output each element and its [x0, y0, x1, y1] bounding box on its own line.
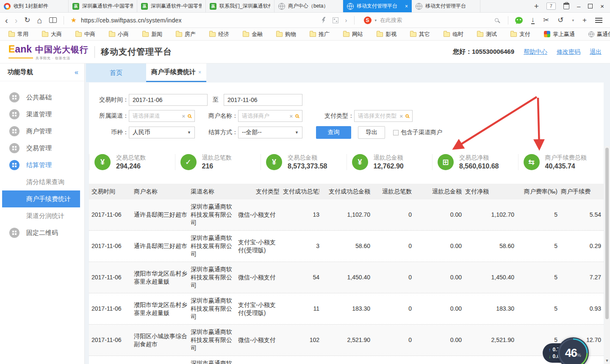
browser-tab[interactable]: 联系我们_深圳赢通软件 × — [206, 0, 274, 12]
settle-dropdown[interactable]: --全部-- ▼ — [238, 127, 302, 138]
change-password-link[interactable]: 修改密码 — [557, 48, 580, 56]
tab-close-icon[interactable]: × — [198, 69, 201, 75]
tab-count-badge[interactable]: 7 — [546, 3, 556, 10]
table-header-cell[interactable]: 商户手续费 — [561, 188, 601, 196]
browser-tab[interactable]: 深圳赢通软件-中国零售 × — [137, 0, 206, 12]
tab-merchant-fee-stats[interactable]: 商户手续费统计 × — [146, 63, 206, 82]
table-header-cell[interactable]: 支付类型 — [238, 188, 280, 196]
scrollbar-down-arrow-icon[interactable]: ▼ — [604, 358, 610, 363]
table-header-cell[interactable]: 渠道名称 — [191, 188, 235, 196]
bookmark-item[interactable]: 大商 — [39, 30, 62, 38]
table-header-cell[interactable]: 退款总金额 — [415, 188, 462, 196]
clear-icon[interactable]: × — [399, 113, 403, 119]
undo-caret-icon[interactable]: ▾ — [572, 18, 574, 22]
table-header-cell[interactable]: 退款总笔数 — [374, 188, 412, 196]
bookmark-item[interactable]: 测试 — [474, 30, 497, 38]
bookmark-item[interactable]: 推广 — [307, 30, 330, 38]
paytype-select[interactable]: 请选择支付类型 × — [354, 110, 413, 122]
refresh-icon[interactable]: ↻ — [24, 17, 30, 24]
query-button[interactable]: 查询 — [316, 126, 351, 139]
tab-home[interactable]: 首页 — [86, 63, 146, 82]
table-header-cell[interactable]: 支付成功总笔数 — [283, 188, 319, 196]
sidebar-item-merchant-mgmt[interactable]: 商户管理 — [0, 123, 84, 140]
clear-icon[interactable]: × — [289, 113, 293, 119]
logout-link[interactable]: 退出 — [590, 48, 602, 56]
sidebar-item-transaction-mgmt[interactable]: 交易管理 — [0, 140, 84, 157]
browser-tab[interactable]: 移动支付管理平台 × — [412, 0, 480, 12]
browser-tab[interactable]: 收到 1封新邮件 × — [0, 0, 69, 12]
bookmark-item[interactable]: 网站 — [341, 30, 363, 38]
table-row[interactable]: 2017-11-06 浔阳区小城故事综合副食超市 深圳市赢通商软科技发展有限公司… — [89, 325, 604, 356]
bookmark-item[interactable]: 影视 — [374, 30, 396, 38]
home-icon[interactable]: ⌂ — [37, 16, 42, 25]
table-row[interactable]: 2017-11-06 通许县邸阁三好超市 深圳市赢通商软科技发展有限公司 支付宝… — [89, 231, 604, 262]
table-row[interactable]: 2017-11-06 濮阳市华龙区岳村乡寨里永超量贩 深圳市赢通商软科技发展有限… — [89, 293, 604, 325]
sidebar-subitem-channel-profit-stats[interactable]: 渠道分润统计 — [0, 207, 84, 224]
bookmark-item[interactable]: 购物 — [274, 30, 296, 38]
add-extension-icon[interactable]: + — [582, 17, 587, 24]
qrcode-icon[interactable] — [333, 17, 338, 23]
search-engine-caret-icon[interactable]: ▾ — [375, 18, 377, 22]
bookmark-item[interactable]: 支付 — [508, 30, 530, 38]
bookmark-item[interactable]: 房产 — [173, 30, 196, 38]
bookmark-item[interactable]: 赢通任务系统 — [586, 30, 610, 38]
search-placeholder[interactable]: 在此搜索 — [380, 17, 491, 24]
bookmark-item[interactable]: 临时 — [441, 30, 463, 38]
wechat-icon[interactable] — [515, 17, 523, 24]
date-from-input[interactable] — [129, 94, 208, 106]
scissors-icon[interactable]: ✂ — [543, 17, 549, 24]
table-header-cell[interactable]: 商户名称 — [134, 188, 187, 196]
include-subchannel-checkbox[interactable] — [393, 130, 399, 135]
bookmark-item[interactable]: 掌上赢通 — [541, 30, 575, 38]
reading-mode-icon[interactable] — [49, 17, 57, 23]
search-engine-icon[interactable]: S — [364, 17, 372, 24]
date-to-input[interactable] — [224, 94, 302, 106]
sidebar-subitem-clearing-query[interactable]: 清分结果查询 — [0, 174, 84, 190]
table-header-cell[interactable]: 商户费率(‰) — [518, 188, 557, 196]
table-header-cell[interactable]: 支付净额 — [465, 188, 514, 196]
lookup-icon[interactable] — [295, 114, 299, 118]
sidebar-item-public-base[interactable]: 公共基础 — [0, 89, 84, 106]
currency-dropdown[interactable]: 人民币 ▼ — [129, 127, 195, 138]
channel-select[interactable]: 请选择渠道 × — [129, 110, 195, 122]
sidebar-collapse-icon[interactable]: « — [75, 69, 78, 76]
merchant-select[interactable]: 请选择商户 × — [238, 110, 302, 122]
table-row[interactable]: 2017-11-06 濮阳市华龙区岳村乡寨里永超量贩 深圳市赢通商软科技发展有限… — [89, 262, 604, 293]
url-text[interactable]: https://ceb.swiftpass.cn/system/index — [81, 17, 182, 24]
export-button[interactable]: 导出 — [358, 126, 385, 139]
table-row[interactable]: 2017-11-06 通许县邸阁三好超市 深圳市赢通商软科技发展有限公司 微信-… — [89, 199, 604, 231]
window-close-button[interactable]: × — [600, 3, 604, 9]
bookmark-item[interactable]: 经济 — [207, 30, 229, 38]
lookup-icon[interactable] — [188, 114, 191, 118]
sidebar-item-settlement-mgmt[interactable]: 结算管理 — [0, 157, 84, 174]
search-magnifier-icon[interactable] — [495, 18, 499, 22]
table-header-cell[interactable]: 支付成功总金额 — [323, 188, 370, 196]
address-bar[interactable]: ★ https://ceb.swiftpass.cn/system/index — [71, 16, 315, 24]
undo-icon[interactable]: ↺ — [557, 17, 563, 24]
bookmark-item[interactable]: 新闻 — [140, 30, 162, 38]
bookmark-item[interactable]: 小商 — [106, 30, 129, 38]
table-row[interactable]: 2017-11-06 浔阳区小城故事综合副食超市 深圳市赢通商软科技发展有限公司… — [89, 356, 604, 364]
minimize-button[interactable]: – — [577, 3, 580, 9]
maximize-button[interactable] — [588, 4, 593, 8]
table-header-cell[interactable]: 交易时间 — [92, 188, 130, 196]
tab-close-icon[interactable]: × — [403, 3, 408, 9]
sidebar-item-channel-mgmt[interactable]: 渠道管理 — [0, 106, 84, 123]
bookmark-item[interactable]: 中商 — [73, 30, 95, 38]
back-icon[interactable]: ‹ — [5, 16, 8, 25]
new-tab-button[interactable]: + — [534, 2, 539, 11]
bookmark-item[interactable]: 常用 — [6, 30, 28, 38]
search-box[interactable]: S ▾ 在此搜索 — [361, 17, 501, 24]
sidebar-subitem-merchant-fee-stats[interactable]: 商户手续费统计 — [2, 190, 80, 207]
menu-icon[interactable] — [595, 18, 602, 19]
bookmark-item[interactable]: 其它 — [408, 30, 430, 38]
forward-icon[interactable]: › — [15, 16, 18, 25]
browser-tab[interactable]: 深圳赢通软件-中国零售 × — [69, 0, 137, 12]
browser-tab[interactable]: 移动支付管理平台 × — [343, 0, 412, 12]
browser-tab[interactable]: 商户中心（beta） × — [274, 0, 343, 12]
sidebar-item-fixed-qrcode[interactable]: 固定二维码 — [0, 224, 84, 241]
memory-percent-circle[interactable]: 46 % — [557, 337, 589, 364]
lookup-icon[interactable] — [405, 114, 409, 118]
scrollbar[interactable]: ▼ — [604, 146, 610, 364]
download-icon[interactable]: ↓ — [531, 16, 535, 24]
